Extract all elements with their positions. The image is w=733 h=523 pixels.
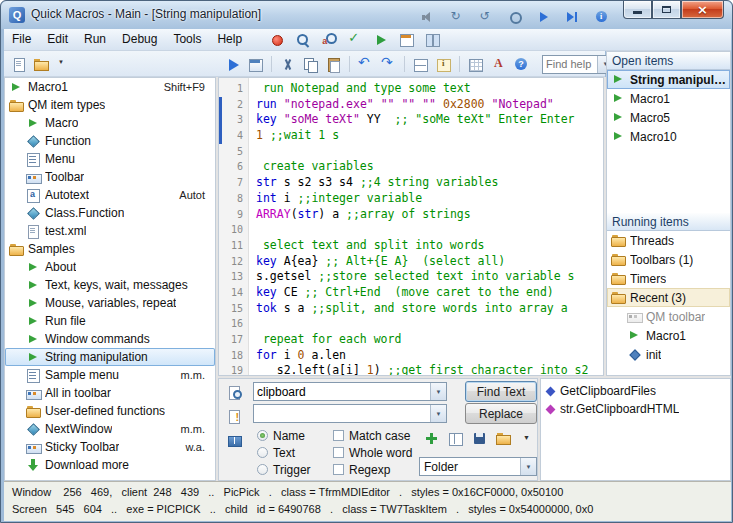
find-errors-button[interactable] bbox=[223, 405, 245, 427]
find-help-input[interactable] bbox=[543, 56, 595, 73]
cut-button[interactable] bbox=[277, 54, 298, 74]
code-editor[interactable]: 12345678910111213141516171819 run Notepa… bbox=[218, 77, 604, 376]
text-button[interactable] bbox=[488, 54, 509, 74]
tree-item[interactable]: QM item types bbox=[5, 96, 215, 114]
open-item[interactable]: Macro1 bbox=[607, 89, 730, 108]
tree-item[interactable]: Sticky Toolbarw.a. bbox=[5, 438, 215, 456]
sync-button[interactable] bbox=[475, 7, 496, 27]
replace-input-combo[interactable] bbox=[253, 404, 447, 423]
tip-button[interactable] bbox=[433, 54, 454, 74]
result-item[interactable]: GetClipboardFiles bbox=[541, 382, 730, 400]
tree-item[interactable]: Class.Function bbox=[5, 204, 215, 222]
tree-item[interactable]: AutotextAutot bbox=[5, 186, 215, 204]
radio-name[interactable]: Name bbox=[257, 427, 311, 444]
add-button[interactable] bbox=[421, 428, 442, 448]
opendrop-button[interactable] bbox=[54, 54, 75, 74]
find-input-combo[interactable] bbox=[253, 382, 447, 401]
tree-item[interactable]: About bbox=[5, 258, 215, 276]
replace-input[interactable] bbox=[254, 405, 428, 422]
radio-text[interactable]: Text bbox=[257, 444, 311, 461]
help-button[interactable] bbox=[511, 54, 532, 74]
running-item[interactable]: Macro1 bbox=[607, 326, 730, 345]
checkbox-whole-word[interactable]: Whole word bbox=[333, 444, 412, 461]
running-item[interactable]: Timers bbox=[607, 269, 730, 288]
tree-item[interactable]: Mouse, variables, repeat bbox=[5, 294, 215, 312]
menu-run[interactable]: Run bbox=[76, 29, 114, 50]
record-button[interactable] bbox=[266, 30, 287, 50]
find-files-button[interactable] bbox=[223, 381, 245, 403]
menu-help[interactable]: Help bbox=[209, 29, 250, 50]
find-text-button[interactable]: Find Text bbox=[465, 381, 537, 402]
tree-item[interactable]: test.xml bbox=[5, 222, 215, 240]
find-help-book-button[interactable] bbox=[223, 429, 245, 451]
undo-button[interactable] bbox=[355, 54, 376, 74]
find-input[interactable] bbox=[254, 383, 428, 400]
tree-item[interactable]: Macro1Shift+F9 bbox=[5, 78, 215, 96]
runmenu-button[interactable] bbox=[370, 30, 391, 50]
refresh-button[interactable] bbox=[446, 7, 467, 27]
run-button[interactable] bbox=[222, 54, 243, 74]
running-item[interactable]: Recent (3) bbox=[607, 288, 730, 307]
copy-button[interactable] bbox=[300, 54, 321, 74]
code-area[interactable]: run Notepad and type some textrun "notep… bbox=[256, 81, 603, 375]
menu-debug[interactable]: Debug bbox=[114, 29, 165, 50]
running-item[interactable]: init bbox=[607, 345, 730, 364]
maximize-button[interactable] bbox=[652, 1, 681, 19]
tree-item[interactable]: Function bbox=[5, 132, 215, 150]
result-item[interactable]: str.GetClipboardHTML bbox=[541, 400, 730, 418]
tree-item[interactable]: String manipulation bbox=[5, 348, 215, 366]
titlebar[interactable]: Quick Macros - Main - [String manipulati… bbox=[1, 1, 732, 29]
more-button[interactable] bbox=[517, 428, 538, 448]
tree-item[interactable]: Run file bbox=[5, 312, 215, 330]
windows-button[interactable] bbox=[245, 54, 266, 74]
checkbox-regexp[interactable]: Regexp bbox=[333, 461, 412, 478]
open-item[interactable]: Macro10 bbox=[607, 127, 730, 146]
layout-button[interactable] bbox=[445, 428, 466, 448]
tree-item[interactable]: Samples bbox=[5, 240, 215, 258]
minimize-button[interactable] bbox=[623, 1, 652, 19]
folder-filter-combo[interactable]: Folder bbox=[419, 457, 537, 476]
tree-item[interactable]: All in toolbar bbox=[5, 384, 215, 402]
findtext-button[interactable] bbox=[318, 30, 339, 50]
menu-file[interactable]: File bbox=[4, 29, 39, 50]
tree-item[interactable]: Window commands bbox=[5, 330, 215, 348]
open-button[interactable] bbox=[31, 54, 52, 74]
menu-tools[interactable]: Tools bbox=[165, 29, 209, 50]
chevron-down-icon[interactable] bbox=[430, 405, 446, 422]
paste-button[interactable] bbox=[323, 54, 344, 74]
tree-item[interactable]: Download more bbox=[5, 456, 215, 474]
radio-trigger[interactable]: Trigger bbox=[257, 461, 311, 478]
save-button[interactable] bbox=[469, 428, 490, 448]
panels-button[interactable] bbox=[422, 30, 443, 50]
redo-button[interactable] bbox=[378, 54, 399, 74]
forward-button[interactable] bbox=[533, 7, 554, 27]
next-button[interactable] bbox=[562, 7, 583, 27]
find-help-combo[interactable] bbox=[542, 55, 614, 74]
checkbox-match-case[interactable]: Match case bbox=[333, 427, 412, 444]
newwin-button[interactable] bbox=[396, 30, 417, 50]
tree-item[interactable]: Sample menum.m. bbox=[5, 366, 215, 384]
open-item[interactable]: Macro5 bbox=[607, 108, 730, 127]
power-button[interactable] bbox=[504, 7, 525, 27]
tree-item[interactable]: Toolbar bbox=[5, 168, 215, 186]
tree-item[interactable]: Menu bbox=[5, 150, 215, 168]
tree-item[interactable]: User-defined functions bbox=[5, 402, 215, 420]
menu-edit[interactable]: Edit bbox=[39, 29, 76, 50]
tree-item[interactable]: Text, keys, wait, messages bbox=[5, 276, 215, 294]
chevron-down-icon[interactable] bbox=[430, 383, 446, 400]
tree-item[interactable]: NextWindowm.m. bbox=[5, 420, 215, 438]
grid-button[interactable] bbox=[465, 54, 486, 74]
folders-button[interactable] bbox=[493, 428, 514, 448]
running-item[interactable]: QM toolbar bbox=[607, 307, 730, 326]
close-button[interactable] bbox=[681, 1, 724, 19]
speaker-mute-button[interactable] bbox=[417, 7, 438, 27]
chevron-down-icon[interactable] bbox=[520, 458, 536, 475]
open-item[interactable]: String manipulation bbox=[607, 70, 730, 89]
replace-button[interactable]: Replace bbox=[465, 403, 537, 424]
info-button[interactable] bbox=[591, 7, 612, 27]
running-item[interactable]: Threads bbox=[607, 231, 730, 250]
panes-button[interactable] bbox=[410, 54, 431, 74]
compile-button[interactable] bbox=[344, 30, 365, 50]
running-item[interactable]: Toolbars (1) bbox=[607, 250, 730, 269]
find-button[interactable] bbox=[292, 30, 313, 50]
